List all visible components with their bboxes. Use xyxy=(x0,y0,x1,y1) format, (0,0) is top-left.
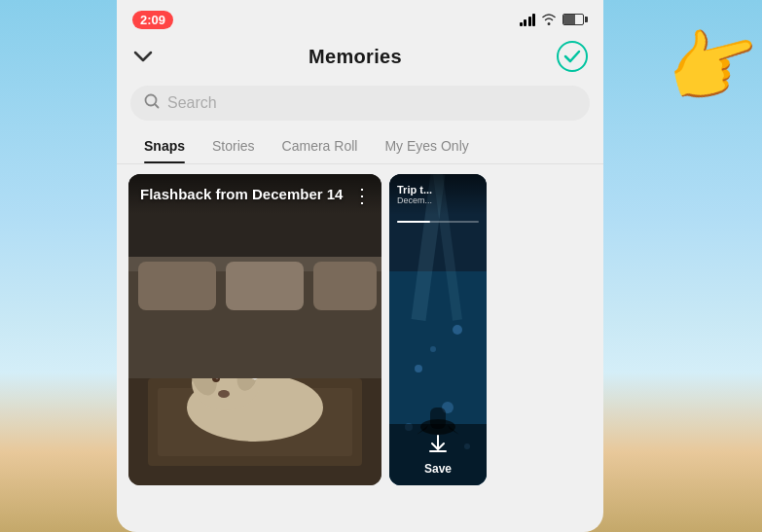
tab-stories[interactable]: Stories xyxy=(199,130,269,163)
status-icons xyxy=(520,12,589,28)
select-button[interactable] xyxy=(557,41,588,72)
flashback-header: Flashback from December 14 xyxy=(128,174,381,214)
memories-header: Memories xyxy=(117,35,603,82)
flashback-title: Flashback from December 14 xyxy=(140,186,370,202)
flashback-card[interactable]: Flashback from December 14 ⋮ xyxy=(128,174,381,485)
phone-frame: 2:09 xyxy=(117,0,603,532)
page-title: Memories xyxy=(308,46,402,68)
dog-scene-bg xyxy=(128,174,381,485)
search-bar[interactable]: Search xyxy=(130,86,590,121)
svg-point-25 xyxy=(453,325,462,335)
battery-icon xyxy=(562,14,588,25)
svg-rect-13 xyxy=(138,262,216,310)
wifi-icon xyxy=(541,12,557,28)
trip-date: Decem... xyxy=(397,195,479,205)
trip-title: Trip t... xyxy=(397,184,479,195)
svg-rect-14 xyxy=(226,262,304,310)
svg-rect-15 xyxy=(313,262,377,310)
more-options-button[interactable]: ⋮ xyxy=(352,184,372,207)
save-label: Save xyxy=(424,462,452,476)
tabs-container: Snaps Stories Camera Roll My Eyes Only xyxy=(117,130,603,164)
trip-card[interactable]: Trip t... Decem... Save xyxy=(389,174,487,485)
trip-progress-fill xyxy=(397,221,430,223)
tab-camera-roll[interactable]: Camera Roll xyxy=(269,130,372,163)
status-time: 2:09 xyxy=(132,11,173,29)
svg-point-8 xyxy=(218,390,230,398)
chevron-down-icon[interactable] xyxy=(132,44,154,69)
status-bar: 2:09 xyxy=(117,0,603,35)
search-container: Search xyxy=(117,82,603,130)
signal-icon xyxy=(520,13,536,26)
search-icon xyxy=(144,93,160,113)
tab-my-eyes-only[interactable]: My Eyes Only xyxy=(371,130,482,163)
save-overlay[interactable]: Save xyxy=(389,424,487,485)
download-icon xyxy=(427,434,449,460)
content-area: Flashback from December 14 ⋮ xyxy=(117,166,603,485)
trip-progress-bar xyxy=(397,221,479,223)
trip-card-header: Trip t... Decem... xyxy=(389,174,487,215)
svg-point-24 xyxy=(430,346,436,352)
svg-point-22 xyxy=(415,365,422,372)
tab-snaps[interactable]: Snaps xyxy=(130,130,199,163)
search-placeholder: Search xyxy=(167,94,217,112)
